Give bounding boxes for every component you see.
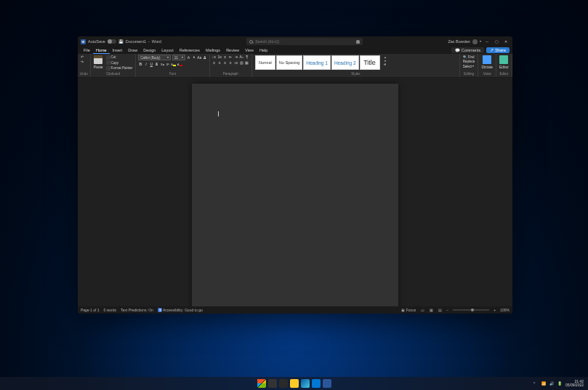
tab-draw[interactable]: Draw bbox=[125, 47, 140, 53]
strikethrough-icon[interactable]: S̶ bbox=[155, 62, 159, 66]
style-title[interactable]: Title bbox=[360, 55, 380, 70]
zoom-value[interactable]: 100% bbox=[500, 308, 510, 312]
tray-volume-icon[interactable]: 🔊 bbox=[549, 381, 554, 386]
redo-icon[interactable]: ↷ bbox=[80, 60, 84, 64]
document-page[interactable] bbox=[192, 84, 398, 306]
zoom-slider[interactable] bbox=[453, 309, 489, 311]
select-button[interactable]: Select ▾ bbox=[462, 64, 476, 68]
align-left-icon[interactable]: ≡ bbox=[212, 60, 217, 65]
taskbar-taskview-icon[interactable] bbox=[279, 379, 288, 388]
tab-references[interactable]: References bbox=[177, 47, 203, 53]
save-icon[interactable]: 💾 bbox=[118, 39, 124, 44]
tab-insert[interactable]: Insert bbox=[110, 47, 126, 53]
editor-button[interactable]: Editor bbox=[499, 55, 510, 70]
style-normal[interactable]: Normal bbox=[255, 55, 275, 70]
justify-icon[interactable]: ≡ bbox=[228, 60, 233, 65]
zoom-in-button[interactable]: + bbox=[494, 308, 496, 312]
ribbon-display-icon[interactable]: ▾ bbox=[480, 40, 481, 43]
ribbon: ↶ ↷ Undo Paste Cut Copy Format Painter C… bbox=[78, 54, 512, 78]
status-words[interactable]: 0 words bbox=[104, 308, 117, 312]
align-center-icon[interactable]: ≡ bbox=[217, 60, 222, 65]
taskbar-word-icon[interactable] bbox=[323, 379, 331, 388]
bold-icon[interactable]: B bbox=[138, 62, 142, 66]
status-predictions[interactable]: Text Predictions: On bbox=[121, 308, 153, 312]
copy-button[interactable]: Copy bbox=[105, 60, 134, 65]
style-no-spacing[interactable]: No Spacing bbox=[276, 55, 302, 70]
format-painter-button[interactable]: Format Painter bbox=[105, 65, 134, 71]
font-name-select[interactable]: Calibri (Body)▾ bbox=[138, 55, 171, 60]
paste-button[interactable]: Paste bbox=[93, 55, 104, 70]
ribbon-group-editor: Editor Editor bbox=[496, 54, 512, 77]
search-input[interactable] bbox=[255, 39, 354, 44]
editing-label: Editing bbox=[462, 72, 476, 76]
dictate-button[interactable]: Dictate bbox=[480, 55, 494, 70]
font-size-select[interactable]: 11▾ bbox=[172, 55, 185, 60]
status-page[interactable]: Page 1 of 1 bbox=[81, 308, 100, 312]
font-color-icon[interactable]: A bbox=[177, 62, 182, 66]
taskbar-edge-icon[interactable] bbox=[301, 379, 310, 388]
taskbar-store-icon[interactable] bbox=[312, 379, 321, 388]
style-heading-1[interactable]: Heading 1 bbox=[303, 55, 331, 70]
bullets-icon[interactable]: ⁝≡ bbox=[212, 55, 217, 59]
status-accessibility[interactable]: ♿ Accessibility: Good to go bbox=[158, 308, 203, 312]
taskbar-search-icon[interactable] bbox=[268, 379, 277, 388]
tray-wifi-icon[interactable]: 📶 bbox=[541, 381, 546, 386]
ribbon-group-undo: ↶ ↷ Undo bbox=[78, 54, 91, 77]
find-button[interactable]: 🔍Find bbox=[462, 55, 476, 59]
search-box[interactable] bbox=[246, 38, 363, 45]
tray-battery-icon[interactable]: 🔋 bbox=[557, 381, 562, 386]
tab-view[interactable]: View bbox=[242, 47, 257, 53]
tab-review[interactable]: Review bbox=[223, 47, 242, 53]
tab-mailings[interactable]: Mailings bbox=[203, 47, 223, 53]
shading-icon[interactable]: ▥ bbox=[239, 60, 243, 65]
increase-indent-icon[interactable]: ⇥ bbox=[234, 55, 238, 59]
highlight-color-icon[interactable]: A bbox=[171, 62, 176, 66]
user-avatar-icon[interactable] bbox=[472, 39, 478, 44]
subscript-icon[interactable]: x₂ bbox=[160, 62, 164, 66]
status-focus[interactable]: ▣ Focus bbox=[401, 308, 416, 312]
clear-formatting-icon[interactable]: A̷ bbox=[203, 55, 207, 60]
mic-icon[interactable] bbox=[356, 40, 360, 44]
autosave-toggle[interactable] bbox=[108, 39, 116, 44]
zoom-out-button[interactable]: − bbox=[446, 308, 448, 312]
sort-icon[interactable]: A↓ bbox=[239, 55, 243, 59]
cut-button[interactable]: Cut bbox=[105, 55, 134, 60]
view-print-icon[interactable]: ▦ bbox=[429, 308, 433, 312]
decrease-indent-icon[interactable]: ⇤ bbox=[228, 55, 233, 59]
tab-help[interactable]: Help bbox=[257, 47, 270, 53]
style-heading-2[interactable]: Heading 2 bbox=[331, 55, 359, 70]
view-web-icon[interactable]: ▤ bbox=[438, 308, 442, 312]
taskbar-explorer-icon[interactable] bbox=[290, 379, 299, 388]
minimize-button[interactable]: ─ bbox=[483, 38, 491, 45]
numbering-icon[interactable]: 1≡ bbox=[217, 55, 222, 59]
italic-icon[interactable]: I bbox=[144, 62, 148, 66]
multilevel-list-icon[interactable]: ≡ bbox=[223, 55, 227, 59]
system-clock[interactable]: 21:42 05/09/2022 bbox=[565, 380, 584, 388]
tab-design[interactable]: Design bbox=[140, 47, 158, 53]
share-button[interactable]: ↗ Share bbox=[486, 47, 510, 53]
change-case-icon[interactable]: Aa bbox=[197, 55, 201, 60]
user-name[interactable]: Zac Bowden bbox=[448, 39, 470, 44]
tab-file[interactable]: File bbox=[81, 47, 93, 53]
cut-icon bbox=[106, 55, 110, 60]
shrink-font-icon[interactable]: A bbox=[192, 55, 196, 60]
document-area[interactable] bbox=[78, 78, 512, 306]
close-button[interactable]: ✕ bbox=[502, 38, 510, 45]
comments-button[interactable]: 💬 Comments bbox=[451, 47, 485, 53]
tab-layout[interactable]: Layout bbox=[158, 47, 177, 53]
styles-scroll[interactable]: ▴▾⊟ bbox=[382, 55, 388, 67]
maximize-button[interactable]: ▢ bbox=[493, 38, 500, 45]
start-button[interactable] bbox=[257, 379, 266, 388]
grow-font-icon[interactable]: A bbox=[186, 55, 190, 60]
tray-chevron-icon[interactable]: ^ bbox=[533, 381, 538, 386]
superscript-icon[interactable]: x² bbox=[166, 62, 170, 66]
tab-home[interactable]: Home bbox=[93, 47, 110, 54]
view-read-icon[interactable]: ▭ bbox=[420, 308, 424, 312]
show-marks-icon[interactable]: ¶ bbox=[245, 55, 249, 59]
borders-icon[interactable]: ▦ bbox=[245, 60, 249, 65]
undo-icon[interactable]: ↶ bbox=[80, 55, 84, 59]
line-spacing-icon[interactable]: ↕≡ bbox=[234, 60, 238, 65]
underline-icon[interactable]: U bbox=[149, 62, 153, 66]
replace-button[interactable]: Replace bbox=[462, 60, 476, 64]
align-right-icon[interactable]: ≡ bbox=[223, 60, 227, 65]
